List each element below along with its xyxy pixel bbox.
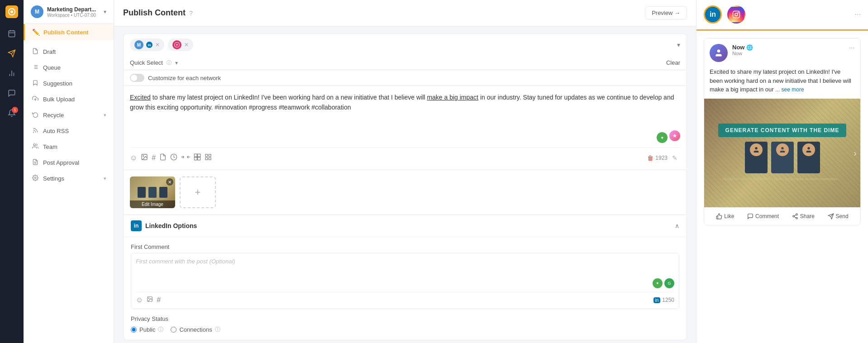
preview-image-next-icon[interactable]: › (854, 148, 857, 158)
preview-more-icon[interactable]: ··· (855, 10, 861, 19)
sidebar-inbox-icon[interactable] (4, 85, 20, 101)
preview-like-btn[interactable]: Like (712, 211, 738, 221)
preview-share-btn[interactable]: Share (788, 211, 818, 221)
linkedin-options-body: First Comment First comment with the pos… (124, 237, 687, 340)
layout-toolbar-icon[interactable] (205, 153, 212, 162)
first-comment-label: First Comment (131, 243, 679, 250)
linkedin-badge: in (146, 42, 153, 48)
preview-dots-icon[interactable]: ··· (849, 44, 855, 52)
nav-item-auto-rss[interactable]: Auto RSS (24, 123, 114, 139)
settings-icon (32, 175, 38, 182)
remove-account-linkedin[interactable]: ✕ (155, 42, 160, 48)
svg-point-44 (781, 147, 783, 149)
image-thumbnail: ✕ Edit Image (130, 176, 175, 208)
privacy-public-label: Public (139, 326, 155, 333)
hashtag-toolbar-icon[interactable]: # (152, 154, 156, 162)
edit-image-btn[interactable]: Edit Image (130, 200, 175, 208)
privacy-connections-radio[interactable] (171, 327, 176, 333)
collapse-linkedin-btn[interactable]: ∧ (675, 222, 679, 229)
privacy-connections-option[interactable]: Connections ⓘ (171, 326, 220, 333)
image-area: ✕ Edit Image + (123, 170, 687, 215)
comment-ai-btn[interactable]: ✦ (653, 278, 663, 288)
svg-rect-34 (209, 154, 211, 157)
nav-item-team[interactable]: Team (24, 139, 114, 155)
app-logo[interactable] (5, 5, 18, 18)
sidebar-analytics-icon[interactable] (4, 65, 20, 81)
sidebar-publish-icon[interactable] (4, 45, 20, 62)
accounts-chevron-icon[interactable]: ▾ (677, 41, 680, 48)
recycle-icon (32, 111, 38, 119)
remove-image-btn[interactable]: ✕ (166, 178, 173, 186)
add-image-btn[interactable]: + (180, 176, 216, 208)
first-comment-box[interactable]: First comment with the post (Optional) ✦… (131, 253, 679, 309)
svg-point-43 (755, 147, 757, 149)
customize-toggle[interactable] (130, 74, 144, 82)
workspace-header[interactable]: M Marketing Depart... Workspace • UTC-07… (24, 0, 114, 24)
privacy-options: Public ⓘ Connections ⓘ (131, 326, 679, 333)
editor-text-area[interactable]: Excited to share my latest project on Li… (130, 92, 680, 129)
ai-generate-btn[interactable]: ✦ (657, 132, 668, 143)
svg-point-23 (176, 44, 178, 46)
remove-account-instagram[interactable]: ✕ (184, 42, 189, 48)
nav-item-suggestion[interactable]: Suggestion (24, 76, 114, 91)
nav-item-post-approval[interactable]: Post Approval (24, 155, 114, 171)
preview-time: Now (732, 51, 844, 56)
edit-pencil-icon[interactable]: ✎ (669, 152, 680, 163)
quick-select-help-icon: ⓘ (167, 59, 172, 66)
emoji-toolbar-icon[interactable]: ☺ (130, 154, 137, 162)
svg-rect-29 (195, 154, 197, 157)
privacy-label: Privacy Status (131, 315, 679, 322)
preview-linkedin-btn[interactable]: in (704, 5, 722, 24)
more-toolbar-icon[interactable] (194, 153, 201, 162)
document-toolbar-icon[interactable] (159, 153, 167, 162)
comment-photo-icon[interactable] (147, 296, 153, 304)
suggestion-icon (32, 80, 38, 87)
sidebar-calendar-icon[interactable] (4, 25, 20, 42)
ai-enhance-btn[interactable] (669, 130, 680, 141)
delete-icon[interactable]: 🗑 (647, 154, 653, 162)
preview-send-btn[interactable]: Send (824, 211, 852, 221)
nav-item-queue[interactable]: Queue (24, 60, 114, 76)
svg-point-48 (796, 217, 798, 219)
svg-rect-31 (195, 157, 197, 160)
linkedin-options-header[interactable]: in LinkedIn Options ∧ (124, 215, 687, 237)
help-icon[interactable]: ? (189, 10, 193, 17)
sidebar-notification-icon[interactable]: 1 (4, 105, 20, 121)
nav-item-settings[interactable]: Settings ▾ (24, 171, 114, 186)
preview-actions: Like Comment Share Send (704, 207, 860, 225)
preview-comment-btn[interactable]: Comment (744, 211, 782, 221)
post-approval-icon (32, 159, 38, 167)
workspace-chevron-icon[interactable]: ▾ (104, 9, 106, 15)
privacy-public-option[interactable]: Public ⓘ (131, 326, 163, 333)
nav-item-bulk-upload[interactable]: Bulk Upload (24, 91, 114, 107)
photo-toolbar-icon[interactable] (141, 153, 148, 162)
quick-select-clear[interactable]: Clear (666, 59, 680, 66)
comment-hashtag-icon[interactable]: # (157, 296, 161, 304)
editor-toolbar: ☺ # (130, 148, 680, 163)
nav-item-recycle[interactable]: Recycle ▾ (24, 107, 114, 123)
preview-see-more[interactable]: ... see more (775, 86, 804, 93)
schedule-toolbar-icon[interactable] (170, 153, 177, 162)
comment-char-count: 1250 (662, 297, 674, 303)
preview-post-card: Now 🌐 Now ··· Excited to share my latest… (704, 38, 861, 225)
preview-panel: in ··· Now 🌐 Now ··· (696, 0, 868, 343)
linkedin-char-badge: in (653, 297, 661, 303)
preview-image: GENERATE CONTENT WITH THE DIME (704, 99, 860, 207)
preview-button[interactable]: Preview → (645, 6, 687, 19)
notification-badge: 1 (12, 107, 18, 113)
nav-item-draft[interactable]: Draft (24, 44, 114, 60)
account-tag-instagram: ✕ (168, 38, 193, 51)
account-avatar-instagram (172, 40, 181, 49)
svg-point-25 (143, 156, 144, 157)
quick-select-chevron-icon[interactable]: ▾ (175, 60, 178, 66)
svg-point-42 (717, 50, 720, 53)
svg-rect-36 (209, 157, 211, 160)
arrows-toolbar-icon[interactable] (181, 154, 190, 162)
nav-active-publish[interactable]: ✏️ Publish Content (24, 24, 114, 40)
comment-emoji-icon[interactable]: ☺ (136, 296, 143, 304)
preview-instagram-btn[interactable] (727, 5, 745, 24)
publish-icon: ✏️ (32, 29, 40, 36)
team-icon (32, 143, 38, 151)
privacy-public-radio[interactable] (131, 327, 137, 333)
comment-grammarly-btn[interactable]: G (664, 278, 674, 288)
